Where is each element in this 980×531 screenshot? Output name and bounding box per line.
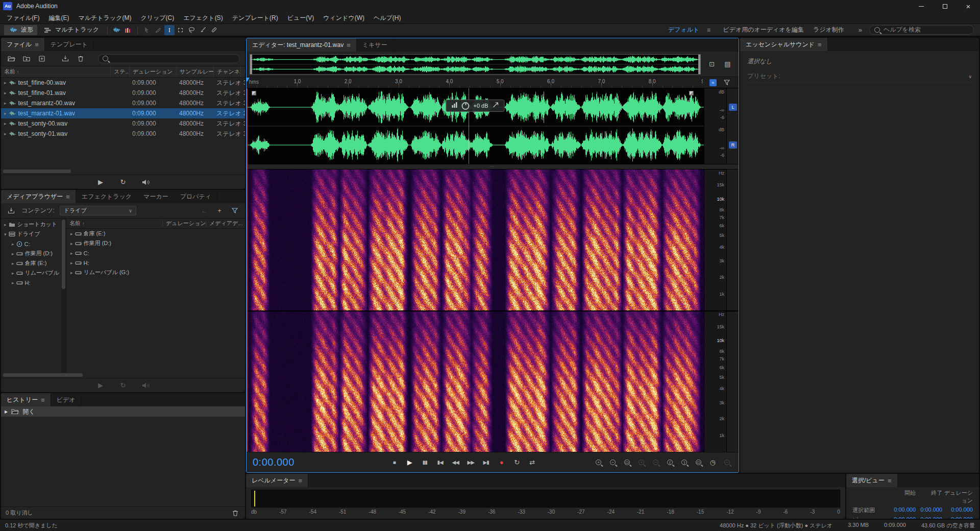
tab-templates[interactable]: テンプレート — [45, 38, 94, 51]
tree-item[interactable]: ▸H: — [1, 278, 61, 287]
tab-essential-sound[interactable]: エッセンシャルサウンド ≡ — [740, 38, 828, 51]
waveform-spectral-splitter[interactable]: ∙∙∙ — [247, 164, 739, 170]
spectral-controls-icon[interactable]: ≈ — [709, 79, 717, 86]
tab-video[interactable]: ビデオ — [51, 393, 82, 406]
time-value[interactable]: 0:09.000 — [942, 516, 973, 519]
time-value[interactable]: 0:00.000 — [889, 506, 916, 514]
spectral-display-icon[interactable] — [123, 25, 133, 35]
loop-playback-icon[interactable]: ↻ — [118, 380, 128, 391]
time-value[interactable]: 0:00.000 — [889, 516, 916, 519]
spectrogram-right-channel[interactable] — [247, 311, 704, 452]
channel-L-badge[interactable]: L — [729, 104, 737, 111]
files-search-box[interactable] — [98, 54, 240, 63]
help-search-box[interactable]: ヘルプを検索 — [869, 25, 974, 35]
skip-selection-button[interactable]: ⇄ — [525, 457, 539, 468]
preview-play-icon[interactable]: ▶ — [95, 380, 106, 391]
tab-selection-view[interactable]: 選択/ビュー ≡ — [846, 474, 898, 487]
tab-editor[interactable]: エディター: test_marantz-01.wav ≡ — [247, 38, 357, 52]
panel-menu-icon[interactable]: ≡ — [41, 396, 45, 404]
pause-button[interactable]: ▮▮ — [418, 457, 432, 468]
menu-view[interactable]: ビュー(V) — [283, 14, 319, 22]
razor-tool-icon[interactable] — [153, 25, 163, 35]
drive-row[interactable]: ▸C: — [66, 248, 245, 258]
file-row[interactable]: ▸test_sonty-01.wav0:09.00048000Hzステレオ3 — [1, 129, 245, 139]
menu-effects[interactable]: エフェクト(S) — [179, 14, 227, 22]
tree-item[interactable]: ▸倉庫 (E:) — [1, 258, 61, 268]
column-header[interactable]: チャンネル — [213, 66, 240, 77]
menu-multitrack[interactable]: マルチトラック(M) — [74, 14, 136, 22]
time-selection-tool-icon[interactable]: I — [164, 25, 175, 35]
stop-button[interactable]: ■ — [387, 457, 401, 468]
column-header[interactable]: 名前↑ — [1, 66, 110, 77]
time-display[interactable]: 0:00.000 — [253, 456, 295, 468]
panel-menu-icon[interactable]: ≡ — [66, 193, 70, 201]
lasso-selection-tool-icon[interactable] — [187, 25, 197, 35]
paintbrush-tool-icon[interactable] — [198, 25, 208, 35]
zoom-reset-timer-button[interactable]: ◷ — [707, 457, 718, 468]
tab-properties[interactable]: プロパティ — [175, 190, 217, 203]
volume-knob[interactable] — [461, 102, 469, 110]
panel-menu-icon[interactable]: ≡ — [298, 477, 302, 485]
spectrogram-left-channel[interactable] — [247, 170, 704, 310]
column-header[interactable]: デュレーション — [129, 66, 176, 77]
rewind-button[interactable]: ◀◀ — [449, 457, 462, 468]
fast-forward-button[interactable]: ▶▶ — [464, 457, 478, 468]
panel-menu-icon[interactable]: ≡ — [35, 41, 39, 49]
trash-icon[interactable] — [76, 54, 86, 64]
waveform-display[interactable]: +0 dB — [247, 88, 704, 164]
column-header[interactable]: ステ... — [110, 66, 129, 77]
content-dropdown[interactable]: ドライブ ∨ — [60, 206, 136, 215]
menu-help[interactable]: ヘルプ(H) — [369, 14, 406, 22]
playhead-line[interactable] — [247, 88, 248, 452]
file-row[interactable]: ▸test_marantz-01.wav0:09.00048000Hzステレオ3 — [1, 108, 245, 118]
column-header[interactable]: サンプルレート — [176, 66, 213, 77]
zoom-out-button[interactable]: − — [607, 457, 618, 468]
vertical-scrollbar[interactable] — [61, 219, 66, 373]
range-handle-right[interactable] — [698, 55, 700, 74]
add-shortcut-icon[interactable]: + — [214, 206, 225, 216]
zoom-selection-left-button[interactable]: ( — [665, 457, 675, 468]
channel-R-badge[interactable]: R — [729, 141, 737, 149]
open-file-icon[interactable] — [6, 54, 16, 64]
loop-playback-icon[interactable]: ↻ — [118, 177, 128, 187]
timeline-ruler[interactable]: hms 1.02.03.04.05.06.07.08.09 — [247, 77, 703, 88]
panel-menu-icon[interactable]: ≡ — [347, 41, 351, 49]
import-icon[interactable] — [6, 206, 16, 216]
skip-to-end-button[interactable]: ▶▮ — [479, 457, 493, 468]
horizontal-scrollbar[interactable] — [2, 169, 244, 174]
workspace-radio-production[interactable]: ラジオ制作 — [813, 26, 844, 34]
fade-out-handle[interactable] — [689, 91, 694, 95]
menu-clip[interactable]: クリップ(C) — [136, 14, 179, 22]
tab-files[interactable]: ファイル ≡ — [1, 38, 45, 51]
zoom-in-button[interactable]: + — [593, 457, 604, 468]
tab-media-browser[interactable]: メディアブラウザー ≡ — [1, 190, 76, 203]
media-import-icon[interactable] — [60, 54, 70, 64]
panel-menu-icon[interactable]: ≡ — [888, 477, 892, 485]
minimize-button[interactable] — [910, 0, 933, 12]
tree-item[interactable]: ▸作業用 (D:) — [1, 249, 61, 258]
close-button[interactable]: × — [957, 0, 980, 12]
column-header[interactable]: メディアデ... — [206, 220, 245, 227]
auto-play-speaker-icon[interactable] — [140, 380, 151, 391]
column-header[interactable]: 名前↑ — [66, 220, 162, 227]
tab-effects-rack[interactable]: エフェクトラック — [76, 190, 138, 203]
spot-healing-tool-icon[interactable] — [209, 25, 219, 35]
tab-mixer[interactable]: ミキサー — [357, 38, 394, 52]
overview-strip[interactable] — [250, 54, 701, 75]
menu-window[interactable]: ウィンドウ(W) — [318, 14, 369, 22]
zoom-selection-right-button[interactable]: ) — [679, 457, 690, 468]
workspace-menu-icon[interactable]: ≡ — [703, 25, 714, 35]
time-value[interactable]: 0:00.000 — [916, 506, 942, 514]
play-button[interactable]: ▶ — [403, 457, 416, 468]
drive-row[interactable]: ▸倉庫 (E:) — [66, 229, 245, 238]
tab-markers[interactable]: マーカー — [138, 190, 175, 203]
maximize-button[interactable] — [933, 0, 957, 12]
marquee-selection-tool-icon[interactable] — [176, 25, 186, 35]
time-value[interactable]: 0:09.000 — [916, 516, 942, 519]
loop-playback-button[interactable]: ↻ — [510, 457, 524, 468]
tab-level-meter[interactable]: レベルメーター ≡ — [246, 474, 308, 487]
menu-templates[interactable]: テンプレート(R) — [228, 14, 283, 22]
zoom-in-amplitude-button[interactable]: + — [636, 457, 647, 468]
file-row[interactable]: ▸test_sonty-00.wav0:09.00048000Hzステレオ3 — [1, 118, 245, 129]
zoom-time-full-button[interactable]: ▭ — [622, 457, 632, 468]
